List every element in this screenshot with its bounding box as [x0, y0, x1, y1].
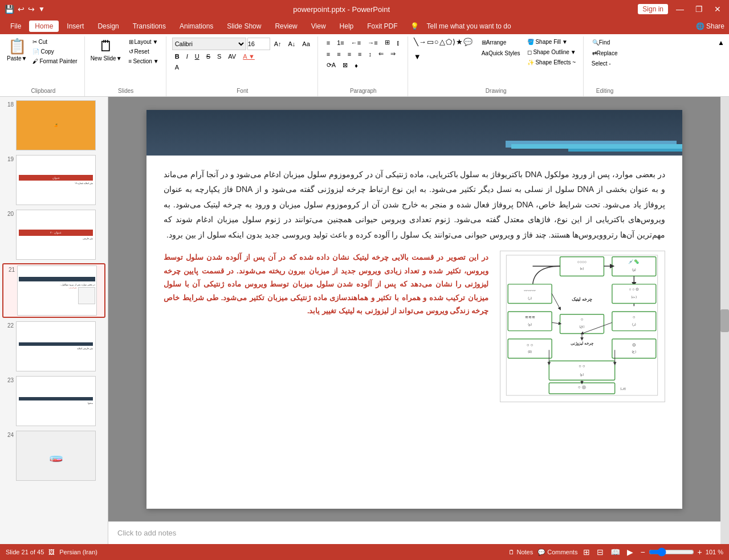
menu-transitions[interactable]: Transitions: [127, 21, 172, 32]
shadow-button[interactable]: S: [214, 52, 224, 61]
svg-text:(و): (و): [580, 373, 584, 377]
shape-triangle[interactable]: △: [439, 38, 445, 52]
new-slide-button[interactable]: 🗒 New Slide▼: [91, 38, 122, 62]
bold-button[interactable]: B: [172, 52, 182, 61]
comments-button[interactable]: 💬 Comments: [537, 549, 577, 556]
minimize-button[interactable]: —: [673, 3, 687, 15]
zoom-out-button[interactable]: −: [639, 546, 646, 558]
redo-icon[interactable]: ↪: [28, 5, 35, 14]
shape-chevron[interactable]: ⟩: [453, 38, 455, 52]
close-button[interactable]: ✕: [711, 3, 724, 15]
shape-pentagon[interactable]: ⬠: [446, 38, 452, 52]
shape-callout[interactable]: 💬: [463, 38, 473, 52]
menu-home[interactable]: Home: [29, 21, 59, 32]
slide-18[interactable]: 18 🍊: [2, 99, 105, 152]
quick-styles-button[interactable]: Aa Quick Styles: [479, 48, 523, 58]
shape-outline-button[interactable]: ◻ Shape Outline ▼: [525, 48, 578, 56]
shape-arrow[interactable]: →: [419, 38, 426, 52]
menu-foxit[interactable]: Foxit PDF: [361, 21, 403, 32]
section-button[interactable]: ≡ Section ▼: [127, 57, 161, 66]
menu-design[interactable]: Design: [92, 21, 124, 32]
smart-art-button[interactable]: ⊞: [382, 38, 393, 47]
clear-format-button[interactable]: Aa: [299, 39, 312, 48]
slide-sorter-button[interactable]: ⊟: [596, 546, 605, 558]
reading-view-button[interactable]: 📖: [609, 546, 621, 558]
reset-button[interactable]: ↺ Reset: [127, 47, 161, 56]
menu-animations[interactable]: Animations: [174, 21, 219, 32]
notes-placeholder[interactable]: Click to add notes: [117, 529, 176, 537]
menu-insert[interactable]: Insert: [61, 21, 89, 32]
font-name-select[interactable]: Calibri: [172, 38, 246, 50]
shape-rect[interactable]: ▭: [427, 38, 434, 52]
menu-view[interactable]: View: [306, 21, 332, 32]
increase-font-button[interactable]: A↑: [271, 39, 284, 48]
restore-button[interactable]: ❐: [692, 3, 706, 15]
font-color-button[interactable]: A ▼: [240, 52, 258, 61]
shape-star[interactable]: ★: [456, 38, 463, 52]
ribbon-collapse[interactable]: ▲: [715, 36, 727, 96]
text-direction-button[interactable]: ⟳A: [324, 60, 339, 70]
slide-panel: 18 🍊 19 عنوان متن اسلاید شماره ۱۹ 20: [0, 97, 108, 544]
normal-view-button[interactable]: ⊞: [582, 546, 591, 558]
font-size-input[interactable]: [247, 38, 270, 50]
zoom-in-button[interactable]: +: [697, 546, 703, 558]
shape-circle[interactable]: ○: [434, 38, 439, 52]
slide-canvas-wrapper: در بعضی موارد، پس از ورود مولکول DNA باک…: [108, 97, 720, 521]
line-spacing-button[interactable]: ↕: [366, 50, 375, 59]
menu-tell-me[interactable]: Tell me what you want to do: [421, 21, 517, 32]
replace-button[interactable]: ⇄ Replace: [589, 48, 621, 58]
shape-effects-button[interactable]: ✨ Shape Effects ~: [525, 58, 578, 67]
bullets-button[interactable]: ≡: [324, 38, 333, 47]
paste-label[interactable]: Paste▼: [7, 55, 27, 62]
align-center-button[interactable]: ≡: [334, 50, 343, 59]
menu-file[interactable]: File: [5, 21, 27, 32]
slide-19[interactable]: 19 عنوان متن اسلاید شماره ۱۹: [2, 154, 105, 206]
menu-help[interactable]: Help: [334, 21, 360, 32]
slide-canvas[interactable]: در بعضی موارد، پس از ورود مولکول DNA باک…: [146, 110, 682, 509]
zoom-slider[interactable]: [649, 547, 694, 557]
decrease-indent-button[interactable]: ←≡: [348, 38, 364, 47]
save-icon[interactable]: 💾: [5, 5, 14, 14]
menu-slideshow[interactable]: Slide Show: [221, 21, 267, 32]
rtl-button[interactable]: ⇐: [376, 49, 386, 59]
align-left-button[interactable]: ≡: [324, 50, 333, 59]
numbering-button[interactable]: 1≡: [334, 38, 347, 47]
paste-button[interactable]: 📋 Paste▼: [7, 38, 27, 62]
text-shadow-button[interactable]: A: [172, 63, 182, 72]
share-button[interactable]: 🌐 Share: [696, 22, 724, 30]
convert-smartart-button[interactable]: ♦: [352, 61, 361, 70]
cut-button[interactable]: ✂ Cut: [30, 38, 79, 46]
slide-23[interactable]: 23 محتوا: [2, 375, 105, 427]
align-right-button[interactable]: ≡: [345, 50, 354, 59]
slide-show-button[interactable]: ▶: [626, 546, 634, 558]
shape-line[interactable]: ╲: [414, 38, 418, 52]
menu-review[interactable]: Review: [269, 21, 303, 32]
notes-button[interactable]: 🗒 Notes: [508, 549, 533, 555]
shape-more[interactable]: ▼: [414, 52, 421, 67]
shape-fill-button[interactable]: 🪣 Shape Fill ▼: [525, 38, 578, 46]
decrease-font-button[interactable]: A↓: [286, 39, 299, 48]
text-align-button[interactable]: ⊠: [340, 60, 351, 70]
slide-20[interactable]: 20 عنوان ۲۰ متن فارسی: [2, 209, 105, 261]
layout-button[interactable]: ⊞ Layout ▼: [127, 38, 161, 46]
slide-21[interactable]: 21 در بعضی موارد، پس از ورود مولکول... م…: [2, 263, 105, 318]
strikethrough-button[interactable]: S: [203, 52, 213, 61]
arrange-button[interactable]: ⊞ Arrange: [479, 38, 523, 47]
format-painter-button[interactable]: 🖌 Format Painter: [30, 57, 79, 66]
slide-24[interactable]: 24 🧫: [2, 430, 105, 482]
underline-button[interactable]: U: [192, 52, 202, 61]
increase-indent-button[interactable]: →≡: [365, 38, 380, 47]
spacing-button[interactable]: AV: [225, 52, 239, 61]
ltr-button[interactable]: ⇒: [388, 49, 398, 59]
select-button[interactable]: Select -: [589, 59, 621, 68]
columns-button[interactable]: ⫿: [394, 38, 403, 47]
customize-icon[interactable]: ▼: [38, 5, 45, 13]
undo-icon[interactable]: ↩: [18, 5, 25, 14]
find-button[interactable]: 🔍 Find: [589, 38, 621, 47]
right-scrollbar[interactable]: [720, 97, 729, 544]
slide-22[interactable]: 22 متن فارسی اسلاید: [2, 320, 105, 373]
italic-button[interactable]: I: [184, 52, 191, 61]
justify-button[interactable]: ≡: [355, 50, 364, 59]
signin-button[interactable]: Sign in: [638, 4, 668, 14]
copy-button[interactable]: 📄 Copy: [30, 47, 79, 56]
